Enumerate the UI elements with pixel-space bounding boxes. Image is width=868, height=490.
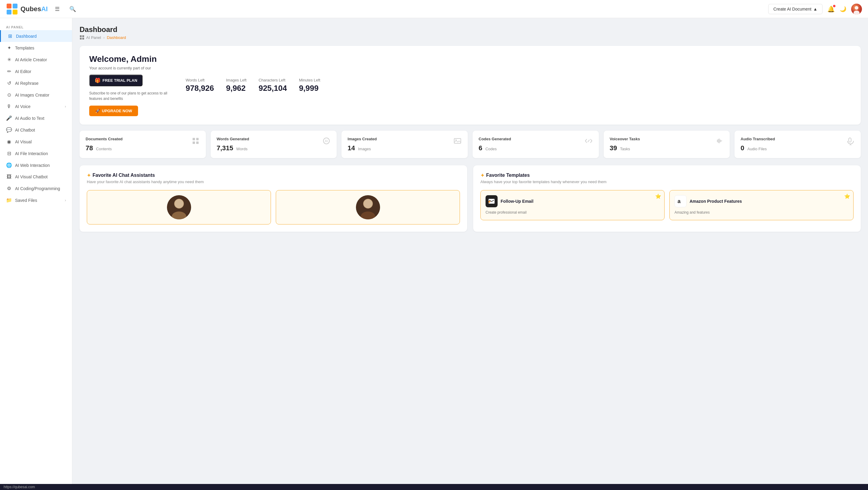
amazon-template-desc: Amazing and features [675,210,848,215]
amazon-star-badge: ⭐ [844,194,850,199]
stat-words-left: Words Left 978,926 [186,78,214,93]
followup-icon-svg [488,198,495,205]
ai-file-interaction-icon: ⊟ [6,150,12,156]
chat-avatar-img-2 [356,195,380,219]
breadcrumb-separator: » [103,35,105,40]
followup-template-desc: Create professional email [486,210,659,215]
sidebar-item-templates[interactable]: ✦ Templates [0,42,72,54]
sidebar-item-dashboard-label: Dashboard [16,34,66,39]
menu-button[interactable]: ☰ [53,4,62,13]
sidebar-item-ai-rephrase[interactable]: ↺ AI Rephrase [0,77,72,89]
metric-codes-label: Codes Generated [478,137,511,142]
chat-avatar-2 [356,195,380,219]
plan-badge-label: FREE TRIAL PLAN [102,78,137,83]
stat-minutes-label: Minutes Left [299,78,320,82]
svg-rect-27 [849,138,851,142]
svg-rect-2 [7,10,11,15]
notifications-button[interactable]: 🔔 [827,5,835,13]
stat-images-value: 9,962 [226,84,247,93]
chat-person-svg-2 [356,195,380,219]
followup-star-badge: ⭐ [655,194,661,199]
sidebar-item-ai-images-creator[interactable]: ⊙ AI Images Creator [0,89,72,101]
metric-card-audio: Audio Transcribed 0 Audio Files [735,131,861,158]
template-card-followup[interactable]: ⭐ Follow-Up Email [480,190,664,220]
svg-point-37 [364,199,372,208]
metric-audio-label: Audio Transcribed [741,137,775,142]
svg-rect-7 [80,35,82,37]
chat-panel-title-text: Favorite AI Chat Assistants [93,173,155,178]
ai-rephrase-icon: ↺ [6,80,12,86]
statusbar: https://qubesai.com [0,484,868,490]
templates-icon: ✦ [6,45,12,51]
statusbar-url: https://qubesai.com [4,485,35,489]
metric-documents-label: Documents Created [86,137,123,142]
ai-voice-icon: 🎙 [6,104,12,109]
breadcrumb-root: AI Panel [86,35,101,40]
upgrade-button[interactable]: 🚀 UPGRADE NOW [89,106,138,116]
sidebar-item-ai-web-interaction[interactable]: 🌐 AI Web Interaction [0,159,72,171]
svg-point-33 [175,199,183,208]
metric-words-unit: Words [236,147,247,151]
svg-rect-8 [82,35,84,37]
metric-documents-value: 78 Contents [86,144,123,152]
sidebar-item-ai-voice-label: AI Voice [15,104,62,109]
plan-badge-button[interactable]: 🎁 FREE TRIAL PLAN [89,75,143,86]
sidebar-item-ai-visual-chatbot[interactable]: 🖼 AI Visual Chatbot [0,171,72,182]
breadcrumb: AI Panel » Dashboard [80,35,861,40]
metric-card-documents: Documents Created 78 Contents [80,131,206,158]
search-button[interactable]: 🔍 [67,4,79,13]
welcome-subtitle: Your account is currently part of our [89,66,174,70]
chat-panel-title: ✦ Favorite AI Chat Assistants [87,173,460,178]
svg-rect-0 [7,4,11,8]
sidebar-item-ai-file-interaction-label: AI File Interaction [15,151,66,156]
chat-panel-star: ✦ [87,173,91,178]
sidebar-item-ai-visual-label: AI Visual [15,139,66,144]
welcome-description: Subscribe to one of our plans to get acc… [89,90,174,102]
followup-template-name: Follow-Up Email [501,199,533,204]
sidebar-item-ai-visual[interactable]: ◉ AI Visual [0,136,72,148]
metric-codes-icon [584,137,593,147]
template-cards: ⭐ Follow-Up Email [480,190,854,220]
ai-images-creator-icon: ⊙ [6,92,12,98]
metric-audio-icon [846,137,855,147]
svg-point-5 [855,6,858,10]
sidebar-item-ai-coding[interactable]: ⚙ AI Coding/Programming [0,182,72,194]
followup-card-header: Follow-Up Email [486,195,659,207]
chat-card-2[interactable] [276,190,460,225]
template-card-amazon[interactable]: ⭐ a Amazon Product Features Amazing and … [670,190,854,220]
ai-visual-chatbot-icon: 🖼 [6,174,12,179]
sidebar-item-ai-editor-label: AI Editor [15,69,66,74]
sidebar-item-dashboard[interactable]: ⊞ Dashboard [0,30,72,42]
stat-characters-value: 925,104 [258,84,287,93]
avatar[interactable] [851,4,862,15]
sidebar-item-ai-article-creator[interactable]: ✳ AI Article Creator [0,54,72,65]
logo-ai-text: AI [41,5,48,13]
sidebar-item-ai-editor[interactable]: ✏ AI Editor [0,65,72,77]
notification-dot [833,5,835,7]
stat-images-label: Images Left [226,78,247,82]
metric-cards: Documents Created 78 Contents Words Gene… [80,131,861,158]
avatar-image [851,4,862,15]
ai-voice-chevron: › [65,105,66,109]
ai-audio-to-text-icon: 🎤 [6,115,12,121]
svg-rect-13 [193,142,195,144]
chat-card-1[interactable] [87,190,271,225]
sidebar-item-ai-file-interaction[interactable]: ⊟ AI File Interaction [0,148,72,159]
sidebar-item-ai-audio-to-text[interactable]: 🎤 AI Audio to Text [0,112,72,124]
metric-voiceover-left: Voiceover Tasks 39 Tasks [610,137,640,152]
logo: QubesAI [6,3,48,15]
templates-panel-title-text: Favorite Templates [486,173,530,178]
sidebar-item-ai-chatbot[interactable]: 💬 AI Chatbot [0,124,72,136]
svg-rect-14 [196,142,198,144]
sidebar-item-ai-voice[interactable]: 🎙 AI Voice › [0,101,72,112]
sidebar-item-saved-files[interactable]: 📁 Saved Files › [0,194,72,206]
ai-chatbot-icon: 💬 [6,127,12,133]
dark-mode-button[interactable]: 🌙 [840,6,846,12]
metric-voiceover-unit: Tasks [620,147,630,151]
sidebar-item-ai-rephrase-label: AI Rephrase [15,81,66,86]
metric-documents-left: Documents Created 78 Contents [86,137,123,152]
metric-codes-unit: Codes [485,147,497,151]
templates-panel-star: ✦ [480,173,484,178]
plan-badge-icon: 🎁 [95,78,101,83]
create-document-button[interactable]: Create AI Document ▲ [768,4,823,14]
